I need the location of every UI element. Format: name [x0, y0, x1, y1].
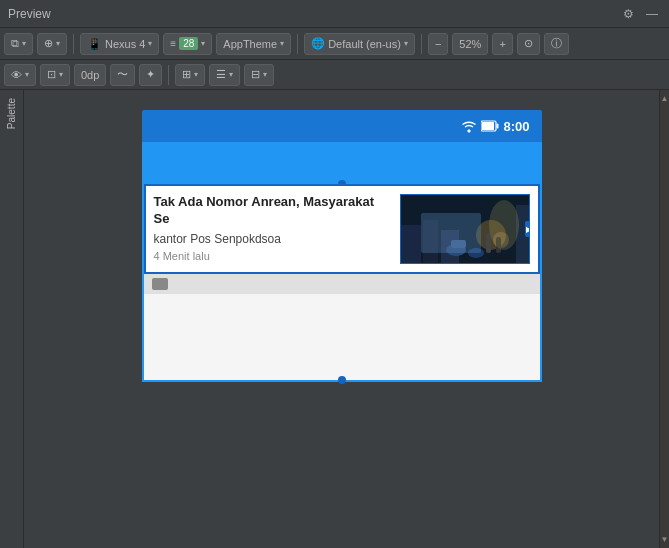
zoom-reset-icon: ⊙ — [524, 37, 533, 50]
locale-dropdown-arrow: ▾ — [404, 39, 408, 48]
bottom-bar-indicator — [152, 278, 168, 290]
layers-icon: ⧉ — [11, 37, 19, 50]
toolbar1: ⧉ ▾ ⊕ ▾ 📱 Nexus 4 ▾ ≡ 28 ▾ AppTheme ▾ 🌐 … — [0, 28, 669, 60]
title-bar-title: Preview — [8, 7, 51, 21]
zoom-level-display[interactable]: 52% — [452, 33, 488, 55]
grid-dropdown-arrow: ▾ — [194, 70, 198, 79]
design-icon: ⊕ — [44, 37, 53, 50]
zoom-reset-button[interactable]: ⊙ — [517, 33, 540, 55]
svg-rect-6 — [441, 230, 459, 264]
info-icon: ⓘ — [551, 36, 562, 51]
svg-rect-8 — [451, 240, 466, 248]
palette-label: Palette — [6, 98, 17, 129]
zoom-plus-icon: + — [499, 38, 505, 50]
card-right-handle[interactable]: ▶ — [525, 221, 530, 237]
eye-icon: 👁 — [11, 69, 22, 81]
svg-rect-1 — [497, 124, 499, 129]
minimize-icon[interactable]: — — [643, 5, 661, 23]
settings-icon[interactable]: ⚙ — [619, 5, 637, 23]
zoom-in-button[interactable]: + — [492, 33, 512, 55]
phone-frame: 8:00 Tak Ada Nomor Anrean, Masyarakat Se… — [142, 110, 542, 382]
svg-rect-4 — [401, 225, 421, 264]
theme-selector[interactable]: AppTheme ▾ — [216, 33, 291, 55]
device-label: Nexus 4 — [105, 38, 145, 50]
offset-value: 0dp — [81, 69, 99, 81]
news-headline: Tak Ada Nomor Anrean, Masyarakat Se — [154, 194, 392, 228]
svg-rect-2 — [482, 122, 494, 130]
eye-dropdown-arrow: ▾ — [25, 70, 29, 79]
news-card: Tak Ada Nomor Anrean, Masyarakat Se kant… — [144, 184, 540, 274]
news-time: 4 Menit lalu — [154, 250, 392, 262]
news-image-svg — [401, 195, 530, 264]
handle-arrow-down: ▼ — [661, 535, 669, 544]
align-button[interactable]: ☰ ▾ — [209, 64, 240, 86]
wave-icon: 〜 — [117, 67, 128, 82]
news-text-block: Tak Ada Nomor Anrean, Masyarakat Se kant… — [154, 194, 392, 262]
theme-dropdown-arrow: ▾ — [280, 39, 284, 48]
right-handle-bar: ▲ ▼ — [659, 90, 669, 548]
info-button[interactable]: ⓘ — [544, 33, 569, 55]
app-bar — [142, 142, 542, 182]
locale-icon: 🌐 — [311, 37, 325, 50]
battery-icon — [481, 120, 499, 132]
zoom-minus-icon: − — [435, 38, 441, 50]
cursor-dropdown-arrow: ▾ — [59, 70, 63, 79]
offset-input[interactable]: 0dp — [74, 64, 106, 86]
separator2 — [297, 34, 298, 54]
api-dropdown-arrow: ▾ — [201, 39, 205, 48]
handle-arrow-up: ▲ — [661, 94, 669, 103]
title-bar-icons: ⚙ — — [619, 5, 661, 23]
card-right-arrow: ▶ — [526, 225, 530, 234]
locale-selector[interactable]: 🌐 Default (en-us) ▾ — [304, 33, 415, 55]
selection-handle-bottom[interactable] — [338, 376, 346, 384]
canvas-area: 8:00 Tak Ada Nomor Anrean, Masyarakat Se… — [24, 90, 659, 548]
layers-button[interactable]: ⧉ ▾ — [4, 33, 33, 55]
margin-icon: ⊟ — [251, 68, 260, 81]
svg-rect-5 — [423, 220, 438, 264]
align-dropdown-arrow: ▾ — [229, 70, 233, 79]
palette-panel: Palette — [0, 90, 24, 548]
separator1 — [73, 34, 74, 54]
design-dropdown-arrow: ▾ — [56, 39, 60, 48]
status-time: 8:00 — [503, 119, 529, 134]
api-badge: 28 — [179, 37, 198, 50]
api-icon: ≡ — [170, 38, 176, 49]
svg-rect-13 — [496, 237, 501, 253]
layers-dropdown-arrow: ▾ — [22, 39, 26, 48]
separator3 — [421, 34, 422, 54]
separator4 — [168, 65, 169, 85]
svg-point-7 — [446, 244, 466, 256]
device-selector[interactable]: 📱 Nexus 4 ▾ — [80, 33, 159, 55]
theme-label: AppTheme — [223, 38, 277, 50]
device-icon: 📱 — [87, 37, 102, 51]
wave-button[interactable]: 〜 — [110, 64, 135, 86]
toolbar2: 👁 ▾ ⊡ ▾ 0dp 〜 ✦ ⊞ ▾ ☰ ▾ ⊟ ▾ — [0, 60, 669, 90]
bottom-bar — [144, 274, 540, 294]
title-bar: Preview ⚙ — — [0, 0, 669, 28]
margin-button[interactable]: ⊟ ▾ — [244, 64, 274, 86]
cursor-icon: ⊡ — [47, 68, 56, 81]
eye-button[interactable]: 👁 ▾ — [4, 64, 36, 86]
status-bar: 8:00 — [142, 110, 542, 142]
zoom-out-button[interactable]: − — [428, 33, 448, 55]
svg-point-11 — [493, 232, 509, 248]
design-mode-button[interactable]: ⊕ ▾ — [37, 33, 67, 55]
news-image: ▶ — [400, 194, 530, 264]
content-area: Tak Ada Nomor Anrean, Masyarakat Se kant… — [142, 182, 542, 382]
grid-button[interactable]: ⊞ ▾ — [175, 64, 205, 86]
api-selector[interactable]: ≡ 28 ▾ — [163, 33, 212, 55]
device-dropdown-arrow: ▾ — [148, 39, 152, 48]
status-icons: 8:00 — [461, 119, 529, 134]
wifi-icon — [461, 119, 477, 133]
locale-label: Default (en-us) — [328, 38, 401, 50]
star-button[interactable]: ✦ — [139, 64, 162, 86]
margin-dropdown-arrow: ▾ — [263, 70, 267, 79]
cursor-button[interactable]: ⊡ ▾ — [40, 64, 70, 86]
svg-rect-12 — [486, 233, 491, 253]
news-subheadline: kantor Pos Senpokdsoa — [154, 232, 392, 246]
svg-point-9 — [468, 248, 484, 258]
star-icon: ✦ — [146, 68, 155, 81]
zoom-level-text: 52% — [459, 38, 481, 50]
grid-icon: ⊞ — [182, 68, 191, 81]
align-icon: ☰ — [216, 68, 226, 81]
